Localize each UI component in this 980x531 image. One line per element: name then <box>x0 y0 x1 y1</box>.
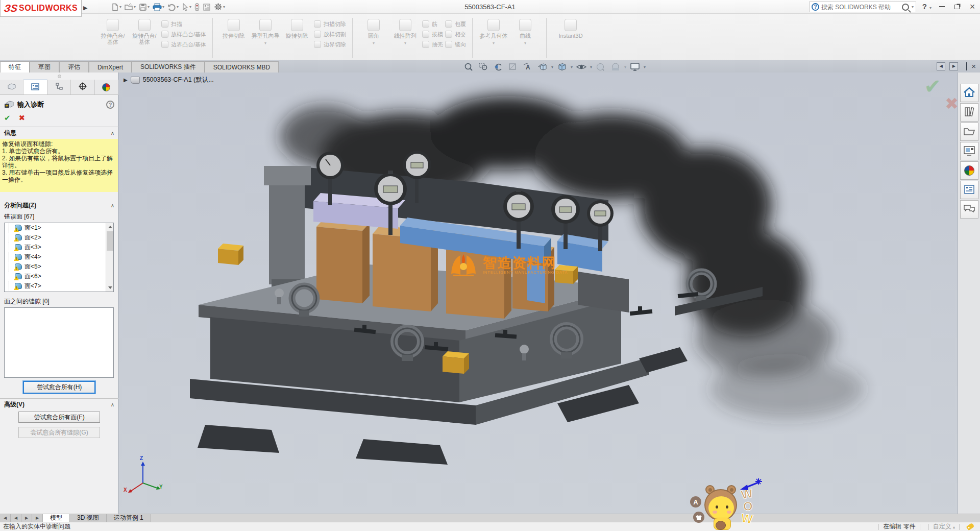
display-style-caret[interactable]: ▾ <box>571 65 573 69</box>
fillet-button[interactable]: 圆角▾ <box>359 17 388 59</box>
lofted-boss-button[interactable]: 放样凸台/基体 <box>161 30 206 38</box>
swept-cut-button[interactable]: 扫描切除 <box>314 20 346 28</box>
section-view-button[interactable] <box>506 62 520 72</box>
lofted-cut-button[interactable]: 放样切割 <box>314 30 346 38</box>
scroll-first-button[interactable]: ◀ <box>0 514 11 522</box>
confirm-corner-cancel[interactable]: ✖ <box>945 94 959 113</box>
featuremanager-tab[interactable] <box>0 80 23 94</box>
search-options-caret[interactable]: ▾ <box>912 5 914 9</box>
scroll-up-button[interactable] <box>106 223 114 231</box>
file-properties-button[interactable] <box>202 2 212 13</box>
doc-restore-button[interactable] <box>966 63 967 70</box>
face-item[interactable]: 面<5> <box>9 262 113 272</box>
zoom-area-button[interactable] <box>477 62 490 72</box>
view-palette-button[interactable] <box>960 142 978 160</box>
print-button[interactable]: ▾ <box>152 2 165 13</box>
configurationmanager-tab[interactable] <box>47 80 71 94</box>
hide-show-caret[interactable]: ▾ <box>590 65 592 69</box>
confirm-corner-accept[interactable]: ✔ <box>924 75 941 98</box>
heal-all-gaps-button[interactable]: 尝试愈合所有缝隙(G) <box>18 427 100 438</box>
previous-document-button[interactable]: ◀ <box>937 62 945 70</box>
instant3d-button[interactable]: Instant3D <box>553 17 589 59</box>
faces-scrollbar[interactable] <box>106 223 113 292</box>
linear-pattern-button[interactable]: 线性阵列▾ <box>390 17 420 59</box>
help-menu-button[interactable]: ? ▾ <box>922 2 932 11</box>
wrap-button[interactable]: 包覆 <box>445 20 466 28</box>
custom-properties-button[interactable] <box>960 181 978 199</box>
tree-expand-arrow[interactable]: ▶ <box>124 77 128 83</box>
scroll-prev-button[interactable]: ◀ <box>11 514 21 522</box>
rebuild-button[interactable] <box>193 2 201 13</box>
file-explorer-button[interactable] <box>960 123 978 141</box>
minimize-button[interactable] <box>934 0 949 13</box>
doc-close-button[interactable]: × <box>971 62 976 70</box>
appearances-button[interactable] <box>960 161 978 180</box>
rib-button[interactable]: 筋 <box>422 20 443 28</box>
display-style-button[interactable] <box>555 62 569 72</box>
3d-views-tab[interactable]: 3D 视图 <box>70 514 107 522</box>
next-document-button[interactable]: ▶ <box>949 62 958 70</box>
face-item[interactable]: 面<3> <box>9 243 113 252</box>
faulty-faces-list[interactable]: 面<1> 面<2> 面<3> 面<4> 面<5> 面<6> 面<7> <box>4 223 114 292</box>
heal-all-faces-button[interactable]: 尝试愈合所有面(F) <box>18 412 100 423</box>
face-item[interactable]: 面<1> <box>9 223 113 233</box>
select-button[interactable]: ▾ <box>181 2 192 13</box>
scroll-last-button[interactable]: ▶ <box>32 514 43 522</box>
scroll-thumb[interactable] <box>107 231 113 251</box>
open-button[interactable]: ▾ <box>124 2 137 13</box>
shell-button[interactable]: 抽壳 <box>422 40 443 49</box>
tags-icon[interactable] <box>966 523 975 530</box>
dimxpertmanager-tab[interactable] <box>71 80 94 94</box>
model-tab[interactable]: 模型 <box>43 514 70 522</box>
help-search-box[interactable]: ? ▾ <box>809 2 916 12</box>
extruded-boss-button[interactable]: 拉伸凸台/基体 <box>98 17 128 59</box>
curves-button[interactable]: 曲线▾ <box>510 17 540 59</box>
apply-scene-caret[interactable]: ▾ <box>624 65 626 69</box>
search-icon[interactable] <box>902 4 909 11</box>
panel-splitter-handle[interactable] <box>58 75 61 78</box>
panel-cancel-button[interactable]: ✖ <box>19 113 26 123</box>
scroll-next-button[interactable]: ▶ <box>21 514 32 522</box>
reference-geometry-button[interactable]: 参考几何体▾ <box>479 17 508 59</box>
view-orientation-caret[interactable]: ▾ <box>551 65 553 69</box>
hole-wizard-button[interactable]: 异型孔向导▾ <box>251 17 280 59</box>
panel-help-button[interactable]: ? <box>106 101 114 109</box>
apply-scene-button[interactable] <box>609 62 622 72</box>
tab-features[interactable]: 特征 <box>0 61 30 73</box>
view-orientation-button[interactable] <box>536 62 549 72</box>
gaps-list[interactable] <box>4 307 114 378</box>
restore-button[interactable] <box>949 0 965 13</box>
view-settings-button[interactable] <box>628 62 642 72</box>
propertymanager-tab[interactable] <box>23 80 47 94</box>
intersect-button[interactable]: 相交 <box>445 30 466 38</box>
edit-appearance-button[interactable] <box>594 62 607 72</box>
search-input[interactable] <box>821 4 900 11</box>
tab-mbd[interactable]: SOLIDWORKS MBD <box>205 61 279 73</box>
previous-view-button[interactable] <box>492 62 505 72</box>
face-item[interactable]: 面<4> <box>9 252 113 262</box>
extruded-cut-button[interactable]: 拉伸切除 <box>219 17 249 59</box>
tab-sketch[interactable]: 草图 <box>30 61 59 73</box>
graphics-area[interactable]: ▶ 55003563-CF-A1 (默认... ✔ ✖ 智造资料网 INTELL… <box>118 73 980 514</box>
motion-study-tab[interactable]: 运动算例 1 <box>107 514 151 522</box>
3d-model[interactable] <box>118 73 980 514</box>
view-settings-caret[interactable]: ▾ <box>644 65 646 69</box>
message-section-header[interactable]: 信息 ∧ <box>4 129 114 137</box>
face-item[interactable]: 面<7> <box>9 281 113 291</box>
home-tab-button[interactable] <box>960 84 978 102</box>
analyze-problems-header[interactable]: 分析问题(Z) ∧ <box>4 201 114 210</box>
zoom-fit-button[interactable] <box>462 62 475 72</box>
tab-addins[interactable]: SOLIDWORKS 插件 <box>132 61 205 73</box>
undo-button[interactable]: ▾ <box>166 2 180 13</box>
dynamic-annotation-button[interactable]: A <box>521 62 534 72</box>
boundary-boss-button[interactable]: 边界凸台/基体 <box>161 40 206 49</box>
scroll-down-button[interactable] <box>106 284 114 292</box>
tab-evaluate[interactable]: 评估 <box>59 61 89 73</box>
displaymanager-tab[interactable] <box>95 80 118 94</box>
panel-ok-button[interactable]: ✔ <box>4 113 11 123</box>
revolved-boss-button[interactable]: 旋转凸台/基体 <box>130 17 159 59</box>
feature-tree-root[interactable]: ▶ 55003563-CF-A1 (默认... <box>124 76 214 84</box>
options-button[interactable]: ▾ <box>213 2 226 13</box>
draft-button[interactable]: 拔模 <box>422 30 443 38</box>
design-library-button[interactable] <box>960 103 978 122</box>
